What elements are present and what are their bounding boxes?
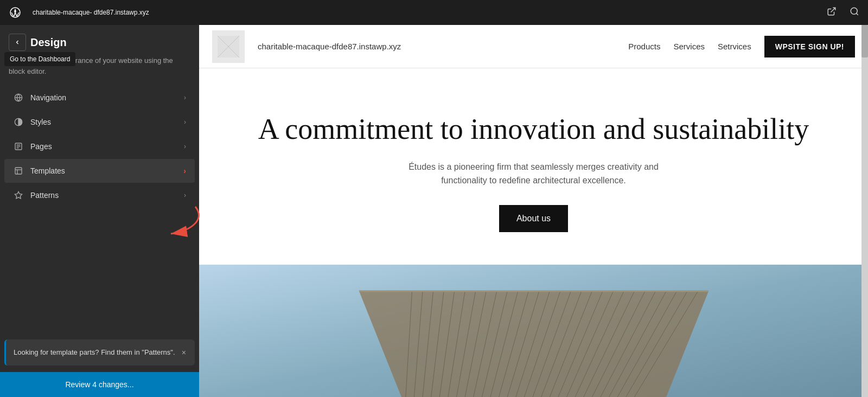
template-notice: Looking for template parts? Find them in… (4, 340, 195, 366)
svg-marker-14 (15, 191, 22, 198)
back-button[interactable] (9, 34, 26, 51)
preview-nav-links: Products Services Setrvices (628, 42, 751, 51)
preview-site-name: charitable-macaque-dfde87.instawp.xyz (258, 42, 401, 51)
main-layout: Design Go to the Dashboard Customize the… (0, 25, 868, 397)
preview-hero-subtitle: Études is a pioneering firm that seamles… (398, 160, 669, 188)
svg-point-2 (851, 8, 857, 14)
pages-label: Pages (30, 142, 177, 151)
wp-logo-icon[interactable] (7, 4, 24, 21)
styles-chevron: › (184, 118, 186, 126)
pages-icon (13, 141, 24, 152)
svg-marker-19 (359, 291, 708, 397)
scrollbar-track[interactable] (861, 25, 868, 397)
nav-link-setrvices[interactable]: Setrvices (718, 42, 751, 51)
notice-close-button[interactable]: × (181, 347, 187, 358)
sidebar-item-templates[interactable]: Templates › (4, 159, 195, 183)
patterns-chevron: › (184, 191, 186, 199)
sidebar-item-patterns[interactable]: Patterns › (4, 183, 195, 207)
external-link-icon[interactable] (825, 4, 839, 21)
templates-icon (13, 165, 24, 176)
patterns-label: Patterns (30, 191, 177, 200)
preview-area: charitable-macaque-dfde87.instawp.xyz Pr… (199, 25, 868, 397)
navigation-label: Navigation (30, 93, 177, 102)
notice-text: Looking for template parts? Find them in… (14, 347, 176, 358)
search-icon[interactable] (847, 4, 861, 21)
sidebar-description: Customize the appearance of your website… (0, 55, 199, 85)
sidebar: Design Go to the Dashboard Customize the… (0, 25, 199, 397)
styles-icon (13, 117, 24, 127)
svg-line-1 (831, 8, 835, 12)
building-svg (344, 265, 724, 397)
svg-line-3 (856, 13, 858, 15)
preview-about-button[interactable]: About us (499, 205, 568, 232)
preview-hero: A commitment to innovation and sustainab… (199, 68, 868, 265)
sidebar-menu: Navigation › Styles › (0, 85, 199, 333)
preview-iframe: charitable-macaque-dfde87.instawp.xyz Pr… (199, 25, 868, 397)
sidebar-item-styles[interactable]: Styles › (4, 110, 195, 134)
preview-nav: charitable-macaque-dfde87.instawp.xyz Pr… (199, 25, 868, 68)
svg-rect-11 (15, 168, 22, 174)
design-title: Design (30, 36, 67, 49)
preview-signup-button[interactable]: WPSITE SIGN UP! (764, 36, 855, 57)
templates-chevron: › (183, 167, 186, 175)
navigation-chevron: › (184, 94, 186, 101)
preview-logo (212, 30, 245, 63)
top-bar: charitable-macaque- dfde87.instawp.xyz (0, 0, 868, 25)
sidebar-header: Design Go to the Dashboard (0, 25, 199, 55)
patterns-icon (13, 190, 24, 201)
preview-image-area (199, 265, 868, 397)
site-name: charitable-macaque- dfde87.instawp.xyz (33, 8, 149, 17)
styles-label: Styles (30, 118, 177, 126)
nav-link-products[interactable]: Products (628, 42, 660, 51)
preview-hero-title: A commitment to innovation and sustainab… (221, 112, 846, 147)
templates-label: Templates (30, 167, 177, 175)
sidebar-item-pages[interactable]: Pages › (4, 135, 195, 158)
review-changes-button[interactable]: Review 4 changes... (0, 372, 199, 397)
nav-link-services[interactable]: Services (673, 42, 705, 51)
sidebar-item-navigation[interactable]: Navigation › (4, 86, 195, 110)
scrollbar-thumb[interactable] (861, 25, 868, 57)
navigation-icon (13, 92, 24, 103)
pages-chevron: › (184, 143, 186, 150)
